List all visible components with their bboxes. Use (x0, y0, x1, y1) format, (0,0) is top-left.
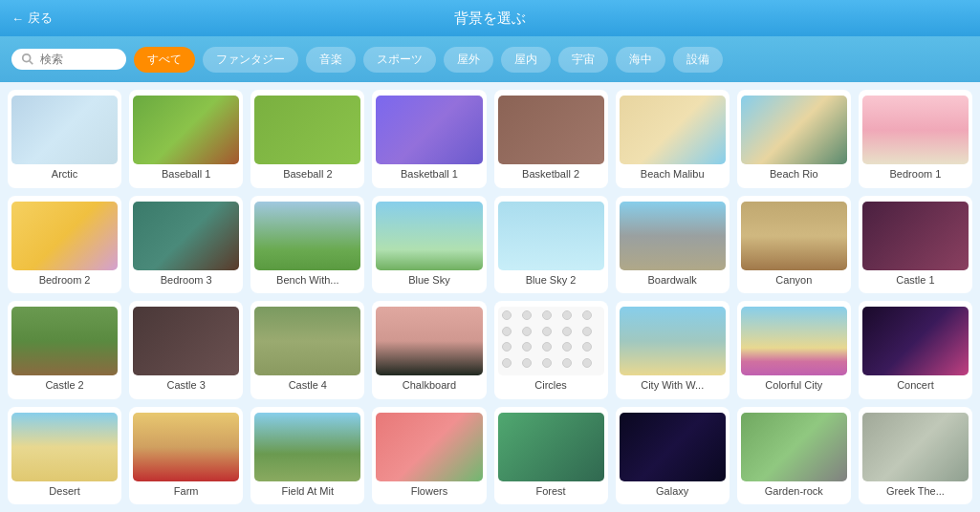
filter-space[interactable]: 宇宙 (558, 47, 608, 73)
grid-item-benchwith[interactable]: Bench With... (250, 196, 364, 294)
thumb-castle3 (133, 307, 239, 375)
grid-item-circles[interactable]: Circles (494, 301, 608, 399)
label-circles: Circles (534, 379, 567, 392)
label-gardenrock: Garden-rock (765, 485, 823, 498)
thumb-fieldatmit (254, 413, 360, 481)
thumb-bedroom2 (11, 202, 118, 270)
filter-sports[interactable]: スポーツ (363, 47, 436, 73)
thumb-beachmalibu (620, 96, 726, 164)
label-fieldatmit: Field At Mit (282, 485, 334, 498)
grid-item-gardenrock[interactable]: Garden-rock (737, 407, 851, 505)
grid-item-castle2[interactable]: Castle 2 (8, 301, 121, 399)
svg-line-1 (30, 61, 33, 65)
filter-bar: すべて ファンタジー 音楽 スポーツ 屋外 屋内 宇宙 海中 設備 (0, 36, 980, 82)
grid-item-chalkboard[interactable]: Chalkboard (372, 301, 486, 399)
page-title: 背景を選ぶ (454, 10, 526, 28)
thumb-castle4 (254, 307, 360, 375)
thumb-gardenrock (741, 413, 847, 481)
label-basketball2: Basketball 2 (522, 168, 579, 181)
grid-item-canyon[interactable]: Canyon (737, 196, 851, 294)
thumb-galaxy (620, 413, 726, 481)
label-boardwalk: Boardwalk (648, 274, 697, 287)
grid-item-bedroom2[interactable]: Bedroom 2 (8, 196, 121, 294)
thumb-circles (498, 307, 604, 375)
grid-item-desert[interactable]: Desert (8, 407, 121, 505)
thumb-boardwalk (620, 202, 726, 270)
filter-outdoor[interactable]: 屋外 (444, 47, 493, 73)
label-bluesky2: Blue Sky 2 (526, 274, 577, 287)
label-basketball1: Basketball 1 (401, 168, 458, 181)
label-benchwith: Bench With... (276, 274, 338, 287)
label-baseball1: Baseball 1 (162, 168, 210, 181)
grid-item-farm[interactable]: Farm (129, 407, 243, 505)
label-castle3: Castle 3 (167, 379, 206, 392)
grid-item-bedroom1[interactable]: Bedroom 1 (859, 90, 972, 188)
thumb-forest (498, 413, 604, 481)
thumb-chalkboard (376, 307, 482, 375)
label-bedroom3: Bedroom 3 (161, 274, 212, 287)
label-concert: Concert (897, 379, 934, 392)
label-desert: Desert (49, 485, 79, 498)
search-input[interactable] (40, 53, 107, 66)
grid-item-cityw[interactable]: City With W... (616, 301, 730, 399)
thumb-benchwith (254, 202, 360, 270)
back-button[interactable]: ← 戻る (11, 10, 53, 27)
back-arrow-icon: ← (11, 11, 24, 26)
thumb-greekathe (862, 413, 969, 481)
grid-item-arctic[interactable]: Arctic (8, 90, 121, 188)
svg-point-0 (23, 54, 31, 62)
thumb-basketball2 (498, 96, 604, 164)
label-castle1: Castle 1 (896, 274, 934, 287)
grid-item-forest[interactable]: Forest (494, 407, 608, 505)
grid-item-fieldatmit[interactable]: Field At Mit (250, 407, 364, 505)
grid-item-baseball2[interactable]: Baseball 2 (250, 90, 364, 188)
grid-item-colorfulcity[interactable]: Colorful City (737, 301, 851, 399)
filter-all[interactable]: すべて (134, 47, 195, 73)
grid-item-castle1[interactable]: Castle 1 (859, 196, 972, 294)
label-cityw: City With W... (641, 379, 704, 392)
thumb-bedroom3 (133, 202, 239, 270)
grid-item-basketball1[interactable]: Basketball 1 (372, 90, 486, 188)
label-farm: Farm (174, 485, 199, 498)
label-bedroom2: Bedroom 2 (39, 274, 91, 287)
grid-item-flowers[interactable]: Flowers (372, 407, 486, 505)
label-canyon: Canyon (775, 274, 812, 287)
filter-other[interactable]: 設備 (673, 47, 723, 73)
label-castle4: Castle 4 (289, 379, 327, 392)
grid-item-castle3[interactable]: Castle 3 (129, 301, 243, 399)
label-colorfulcity: Colorful City (765, 379, 822, 392)
grid-item-beachrio[interactable]: Beach Rio (737, 90, 851, 188)
grid-item-concert[interactable]: Concert (859, 301, 972, 399)
backdrop-grid: Arctic Baseball 1 Baseball 2 Basketball … (0, 82, 980, 512)
thumb-flowers (376, 413, 482, 481)
label-castle2: Castle 2 (45, 379, 83, 392)
grid-item-greekathe[interactable]: Greek The... (859, 407, 972, 505)
header: ← 戻る 背景を選ぶ (0, 0, 980, 36)
filter-indoor[interactable]: 屋内 (501, 47, 551, 73)
grid-item-galaxy[interactable]: Galaxy (616, 407, 730, 505)
grid-item-basketball2[interactable]: Basketball 2 (494, 90, 608, 188)
search-box[interactable] (11, 49, 126, 70)
label-beachrio: Beach Rio (770, 168, 818, 181)
label-chalkboard: Chalkboard (403, 379, 456, 392)
filter-music[interactable]: 音楽 (306, 47, 356, 73)
thumb-concert (862, 307, 969, 375)
filter-fantasy[interactable]: ファンタジー (203, 47, 298, 73)
grid-item-castle4[interactable]: Castle 4 (250, 301, 364, 399)
label-bluesky: Blue Sky (408, 274, 449, 287)
label-forest: Forest (535, 485, 565, 498)
thumb-bluesky2 (498, 202, 604, 270)
grid-item-beachmalibu[interactable]: Beach Malibu (616, 90, 730, 188)
thumb-cityw (620, 307, 726, 375)
grid-item-bluesky2[interactable]: Blue Sky 2 (494, 196, 608, 294)
thumb-castle2 (11, 307, 118, 375)
grid-item-boardwalk[interactable]: Boardwalk (616, 196, 730, 294)
thumb-canyon (741, 202, 847, 270)
thumb-arctic (11, 96, 118, 164)
grid-item-bedroom3[interactable]: Bedroom 3 (129, 196, 243, 294)
filter-underwater[interactable]: 海中 (616, 47, 665, 73)
label-bedroom1: Bedroom 1 (890, 168, 942, 181)
thumb-baseball2 (254, 96, 360, 164)
grid-item-bluesky[interactable]: Blue Sky (372, 196, 486, 294)
grid-item-baseball1[interactable]: Baseball 1 (129, 90, 243, 188)
